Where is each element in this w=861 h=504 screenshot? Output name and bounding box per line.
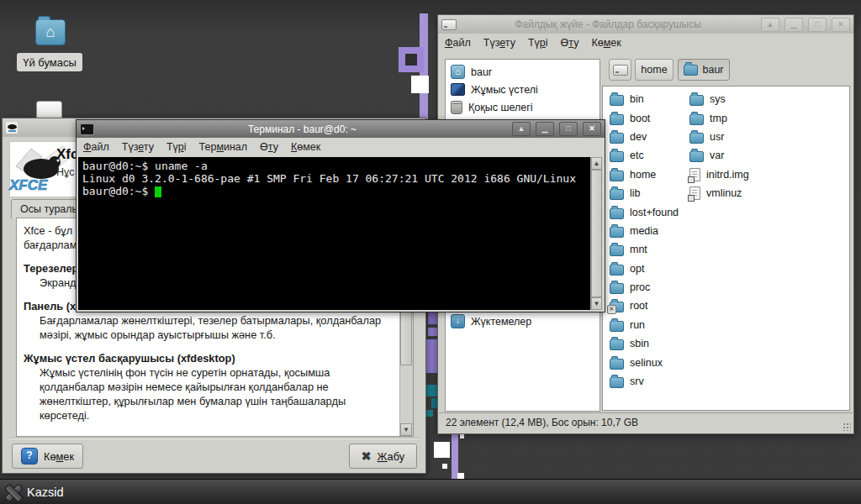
folder-icon — [689, 133, 704, 144]
menu-view[interactable]: Түрі — [528, 37, 548, 49]
file-item[interactable]: ✕root — [610, 297, 679, 315]
applications-menu-button[interactable]: Kazsid — [3, 482, 64, 502]
menu-view[interactable]: Түрі — [166, 141, 187, 153]
file-item[interactable]: sbin — [610, 334, 679, 353]
menu-file[interactable]: Файл — [83, 141, 109, 153]
menu-edit[interactable]: Түзету — [483, 37, 515, 49]
file-item[interactable]: etc — [610, 146, 679, 165]
file-label: etc — [630, 150, 644, 161]
wallpaper-square-white — [442, 464, 447, 469]
scroll-thumb[interactable] — [591, 170, 602, 297]
folder-icon — [610, 151, 624, 162]
path-label: baur — [702, 64, 723, 76]
download-icon: ↓ — [451, 314, 465, 328]
file-item[interactable]: initrd.img — [689, 165, 749, 184]
file-label: dev — [630, 131, 647, 143]
folder-icon — [610, 377, 624, 388]
path-button-home[interactable]: home — [635, 59, 673, 81]
about-line: көрсетеді. — [24, 408, 396, 423]
terminal-line: Linux d0 3.2.0-1-686-pae #1 SMP Fri Feb … — [82, 172, 591, 185]
taskbar: Kazsid Терминал - baur@d... Файлдық жүйе… — [0, 479, 861, 504]
file-item[interactable]: var — [689, 146, 749, 165]
terminal-scrollbar[interactable]: ▲ ▼ — [590, 157, 603, 310]
file-item[interactable]: srv — [610, 372, 679, 391]
help-label: Көмек — [44, 450, 74, 463]
folder-icon — [610, 133, 624, 144]
file-item[interactable]: lib — [610, 184, 679, 202]
wallpaper-stripe — [452, 432, 458, 479]
close-button[interactable]: ✕ — [832, 18, 850, 32]
sidebar-item-desktop[interactable]: Жұмыс үстелі — [446, 81, 600, 98]
folder-icon — [689, 95, 704, 106]
scroll-down-icon[interactable]: ▼ — [400, 423, 412, 436]
file-item[interactable]: bin — [610, 90, 679, 108]
resize-grip[interactable] — [843, 423, 851, 431]
scroll-up-icon[interactable]: ▲ — [591, 157, 602, 170]
file-item[interactable]: lost+found — [610, 202, 679, 221]
file-label: root — [630, 300, 648, 312]
desktop: ⌂ Үй бумасы Файлдық жүйе - Файлдар басқа… — [0, 0, 861, 504]
folder-icon — [610, 189, 624, 200]
wallpaper-square-outline — [399, 47, 424, 72]
terminal-screen[interactable]: baur@d0:~$ uname -a Linux d0 3.2.0-1-686… — [78, 157, 591, 310]
minimize-button[interactable]: ▁ — [784, 18, 803, 32]
file-item[interactable]: media — [610, 222, 679, 240]
file-item[interactable]: boot — [610, 108, 679, 127]
about-line: қолданбалар мәзірін немесе қайырылған қо… — [24, 380, 396, 394]
desktop-icon — [451, 83, 465, 96]
file-item[interactable]: home — [610, 165, 679, 184]
file-item[interactable]: sys — [689, 90, 749, 108]
file-label: home — [630, 169, 656, 181]
file-item[interactable]: dev — [610, 128, 679, 146]
fm-titlebar[interactable]: Файлдық жүйе - Файлдар басқарушысы ▲ ▁ □… — [438, 15, 853, 34]
close-dialog-button[interactable]: ✖ Жабу — [349, 444, 417, 469]
menu-terminal[interactable]: Терминал — [199, 141, 248, 153]
file-item[interactable]: opt — [610, 260, 679, 278]
file-item[interactable]: selinux — [610, 353, 679, 371]
file-label: srv — [630, 375, 644, 387]
file-link-icon — [689, 186, 700, 200]
menu-go[interactable]: Өту — [561, 37, 579, 49]
shade-button[interactable]: ▲ — [761, 18, 779, 32]
file-item[interactable]: tmp — [689, 108, 749, 127]
terminal-titlebar[interactable]: Терминал - baur@d0: ~ ▲ ▁ □ ✕ — [77, 120, 605, 138]
file-item[interactable]: run — [610, 316, 679, 334]
file-item[interactable]: proc — [610, 278, 679, 297]
shade-button[interactable]: ▲ — [512, 122, 531, 136]
dialog-separator — [9, 438, 419, 439]
xfce-icon — [6, 122, 18, 134]
file-label: media — [630, 225, 658, 237]
file-label: vmlinuz — [706, 187, 742, 199]
maximize-button[interactable]: □ — [559, 122, 578, 136]
path-button-root[interactable] — [609, 59, 631, 81]
folder-icon — [610, 95, 624, 106]
fm-menubar: Файл Түзету Түрі Өту Көмек — [438, 34, 853, 52]
folder-icon — [610, 227, 624, 238]
menu-help[interactable]: Көмек — [591, 37, 621, 49]
file-label: bin — [630, 93, 644, 105]
sidebar-item-home[interactable]: ⌂baur — [446, 63, 600, 81]
file-item[interactable]: vmlinuz — [689, 184, 749, 202]
maximize-button[interactable]: □ — [808, 18, 827, 32]
sidebar-label: Жүктемелер — [471, 316, 531, 328]
minimize-button[interactable]: ▁ — [536, 122, 554, 136]
menu-help[interactable]: Көмек — [291, 141, 320, 153]
sidebar-item-downloads[interactable]: ↓Жүктемелер — [446, 312, 600, 330]
file-link-icon — [689, 168, 700, 181]
menu-go[interactable]: Өту — [260, 141, 278, 153]
sidebar-item-trash[interactable]: Қоқыс шелегі — [446, 98, 600, 116]
file-item[interactable]: mnt — [610, 240, 679, 259]
help-button[interactable]: ? Көмек — [12, 444, 83, 469]
folder-icon — [610, 283, 624, 294]
home-folder-icon: ⌂ — [35, 19, 66, 45]
wallpaper-square-white — [434, 442, 450, 458]
folder-icon — [610, 321, 624, 332]
menu-edit[interactable]: Түзету — [122, 141, 154, 153]
file-label: lost+found — [630, 207, 679, 218]
close-button[interactable]: ✕ — [583, 122, 601, 136]
menu-file[interactable]: Файл — [445, 37, 471, 49]
path-button-baur[interactable]: baur — [678, 59, 730, 81]
file-item[interactable]: usr — [689, 128, 749, 146]
scroll-down-icon[interactable]: ▼ — [591, 297, 602, 310]
file-label: tmp — [710, 113, 727, 124]
